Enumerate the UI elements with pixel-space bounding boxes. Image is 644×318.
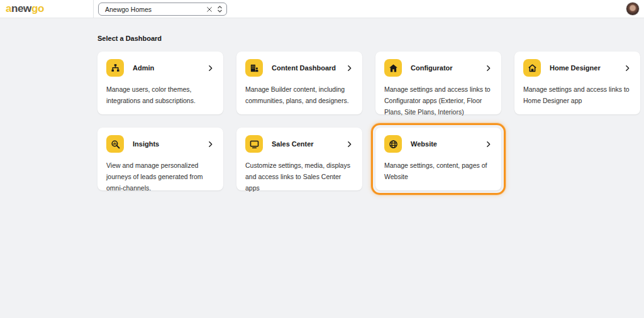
- page-title: Select a Dashboard: [97, 35, 644, 42]
- builder-select-value: Anewgo Homes: [105, 6, 205, 13]
- dashboard-card-content-dashboard[interactable]: Content Dashboard Manage Builder content…: [236, 52, 362, 114]
- builder-select[interactable]: Anewgo Homes: [98, 3, 227, 16]
- chevron-right-icon: [623, 64, 631, 72]
- dashboard-card-admin[interactable]: Admin Manage users, color themes, integr…: [97, 52, 223, 114]
- card-title: Website: [411, 140, 437, 148]
- chevron-right-icon: [484, 140, 492, 148]
- card-header: Home Designer: [523, 59, 631, 77]
- home-icon: [384, 59, 402, 77]
- card-title: Configurator: [411, 64, 453, 72]
- card-description: Customize settings, media, displays and …: [245, 160, 353, 194]
- card-header: Website: [384, 135, 492, 153]
- dashboard-card-website[interactable]: Website Manage settings, content, pages …: [375, 128, 501, 190]
- card-description: Manage users, color themes, integrations…: [106, 84, 214, 106]
- chevron-right-icon: [345, 64, 353, 72]
- dashboard-card-grid: Admin Manage users, color themes, integr…: [97, 52, 644, 190]
- dashboard-card-insights[interactable]: Insights View and manage personalized jo…: [97, 128, 223, 190]
- card-title: Content Dashboard: [272, 64, 336, 72]
- card-header: Insights: [106, 135, 214, 153]
- monitor-icon: [245, 135, 263, 153]
- card-title: Home Designer: [550, 64, 601, 72]
- card-header: Admin: [106, 59, 214, 77]
- globe-icon: [384, 135, 402, 153]
- card-description: Manage Builder content, including commun…: [245, 84, 353, 106]
- dashboard-card-home-designer[interactable]: Home Designer Manage settings and access…: [514, 52, 640, 114]
- dashboard-card-configurator[interactable]: Configurator Manage settings and access …: [375, 52, 501, 114]
- dashboard-card-sales-center[interactable]: Sales Center Customize settings, media, …: [236, 128, 362, 190]
- card-description: View and manage personalized journeys of…: [106, 160, 214, 194]
- card-header: Configurator: [384, 59, 492, 77]
- chevron-right-icon: [484, 64, 492, 72]
- main-content: Select a Dashboard Admin Manage user: [0, 18, 644, 190]
- logo-part-a: a: [6, 3, 11, 14]
- card-title: Admin: [133, 64, 154, 72]
- chevron-right-icon: [345, 140, 353, 148]
- card-title: Sales Center: [272, 140, 314, 148]
- card-description: Manage settings and access links to Conf…: [384, 84, 492, 118]
- top-bar: anewgo Anewgo Homes: [0, 0, 644, 18]
- card-header: Content Dashboard: [245, 59, 353, 77]
- builder-content-icon: [245, 59, 263, 77]
- sitemap-icon: [106, 59, 124, 77]
- clear-icon[interactable]: [205, 5, 214, 14]
- user-avatar[interactable]: [626, 2, 640, 16]
- home-outline-icon: [523, 59, 541, 77]
- card-description: Manage settings and access links to Home…: [523, 84, 631, 106]
- topbar-divider: [93, 0, 94, 18]
- card-description: Manage settings, content, pages of Websi…: [384, 160, 492, 182]
- anewgo-logo[interactable]: anewgo: [6, 3, 44, 15]
- card-header: Sales Center: [245, 135, 353, 153]
- chevron-right-icon: [206, 64, 214, 72]
- select-stepper-icon[interactable]: [216, 4, 223, 14]
- card-title: Insights: [133, 140, 159, 148]
- chevron-right-icon: [206, 140, 214, 148]
- insights-search-icon: [106, 135, 124, 153]
- logo-part-go: go: [31, 3, 44, 14]
- logo-part-new: new: [11, 3, 31, 14]
